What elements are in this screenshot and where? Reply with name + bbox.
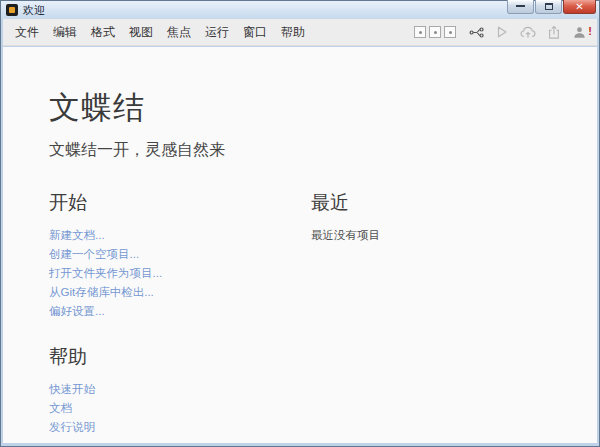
panel-toggle-group xyxy=(414,26,456,38)
menu-view[interactable]: 视图 xyxy=(122,21,160,44)
menu-focus[interactable]: 焦点 xyxy=(160,21,198,44)
panel-left-toggle-icon[interactable] xyxy=(414,26,426,38)
panel-right-toggle-icon[interactable] xyxy=(444,26,456,38)
maximize-icon xyxy=(545,3,553,10)
run-icon[interactable] xyxy=(495,25,509,39)
menu-format[interactable]: 格式 xyxy=(84,21,122,44)
start-column: 开始 新建文档... 创建一个空项目... 打开文件夹作为项目... 从Git存… xyxy=(49,190,311,439)
link-create-empty-project[interactable]: 创建一个空项目... xyxy=(49,247,311,262)
minimize-icon xyxy=(516,4,525,7)
start-heading: 开始 xyxy=(49,190,311,216)
link-open-folder-as-project[interactable]: 打开文件夹作为项目... xyxy=(49,266,311,281)
close-button[interactable]: ✕ xyxy=(563,0,596,14)
window-controls: ✕ xyxy=(507,0,596,14)
welcome-columns: 开始 新建文档... 创建一个空项目... 打开文件夹作为项目... 从Git存… xyxy=(49,190,597,439)
help-section: 帮助 快速开始 文档 发行说明 xyxy=(49,344,311,435)
share-icon[interactable] xyxy=(547,25,561,40)
link-new-document[interactable]: 新建文档... xyxy=(49,228,311,243)
panel-bottom-toggle-icon[interactable] xyxy=(429,26,441,38)
recent-empty-text: 最近没有项目 xyxy=(311,228,597,243)
toolbar: ! xyxy=(414,25,587,40)
menu-file[interactable]: 文件 xyxy=(13,21,46,44)
cloud-upload-icon[interactable] xyxy=(520,25,536,40)
account-alert-icon: ! xyxy=(588,25,592,37)
help-heading: 帮助 xyxy=(49,344,311,370)
app-window: 欢迎 ✕ 文件 编辑 格式 视图 焦点 运行 窗口 帮助 xyxy=(0,0,600,447)
menu-run[interactable]: 运行 xyxy=(198,21,236,44)
recent-column: 最近 最近没有项目 xyxy=(311,190,597,439)
branch-icon[interactable] xyxy=(469,25,484,40)
window-title: 欢迎 xyxy=(23,3,45,18)
link-preferences[interactable]: 偏好设置... xyxy=(49,304,311,319)
menu-bar: 文件 编辑 格式 视图 焦点 运行 窗口 帮助 xyxy=(3,19,597,46)
menu-window[interactable]: 窗口 xyxy=(236,21,274,44)
app-title: 文蝶结 xyxy=(49,87,597,129)
link-checkout-from-git[interactable]: 从Git存储库中检出... xyxy=(49,285,311,300)
link-release-notes[interactable]: 发行说明 xyxy=(49,420,311,435)
app-logo-icon xyxy=(6,4,18,16)
link-documentation[interactable]: 文档 xyxy=(49,401,311,416)
link-quick-start[interactable]: 快速开始 xyxy=(49,382,311,397)
close-icon: ✕ xyxy=(575,1,583,12)
recent-heading: 最近 xyxy=(311,190,597,216)
menu-edit[interactable]: 编辑 xyxy=(46,21,84,44)
maximize-button[interactable] xyxy=(535,0,562,14)
minimize-button[interactable] xyxy=(507,0,534,14)
account-icon[interactable]: ! xyxy=(572,25,587,40)
welcome-page: 文蝶结 文蝶结一开，灵感自然来 开始 新建文档... 创建一个空项目... 打开… xyxy=(3,47,597,443)
menu-help[interactable]: 帮助 xyxy=(274,21,312,44)
app-tagline: 文蝶结一开，灵感自然来 xyxy=(49,140,597,161)
